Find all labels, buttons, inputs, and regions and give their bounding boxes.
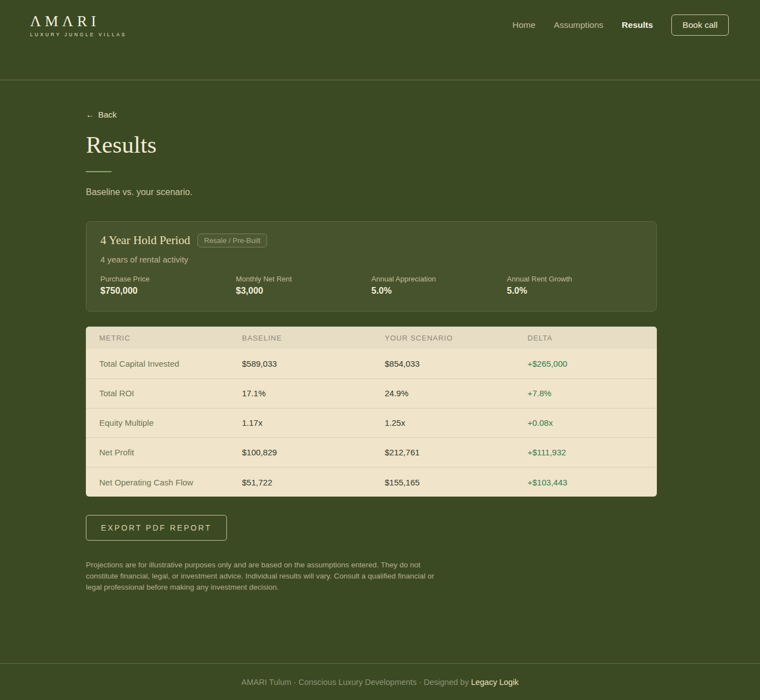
column-header: BASELINE bbox=[229, 327, 371, 349]
metric-cell: Equity Multiple bbox=[86, 408, 229, 438]
table-row: Equity Multiple1.17x1.25x+0.08x bbox=[86, 408, 657, 438]
brand-tagline: LUXURY JUNGLE VILLAS bbox=[30, 32, 127, 37]
stat-label: Annual Rent Growth bbox=[507, 275, 642, 283]
scenario-summary-card: 4 Year Hold Period Resale / Pre-Built 4 … bbox=[86, 221, 657, 312]
scenario-cell: 1.25x bbox=[371, 408, 514, 438]
footer-credit: AMARI Tulum · Conscious Luxury Developme… bbox=[241, 678, 469, 687]
baseline-cell: $51,722 bbox=[229, 467, 371, 497]
delta-cell: +0.08x bbox=[514, 408, 657, 438]
column-header: METRIC bbox=[86, 327, 229, 349]
summary-stat: Annual Rent Growth5.0% bbox=[507, 275, 642, 296]
summary-stat: Purchase Price$750,000 bbox=[100, 275, 236, 296]
hold-period-title: 4 Year Hold Period bbox=[100, 234, 190, 247]
scenario-cell: 24.9% bbox=[371, 378, 514, 408]
back-link[interactable]: ← Back bbox=[86, 110, 117, 119]
stat-value: 5.0% bbox=[371, 286, 507, 296]
main-nav: HomeAssumptionsResultsBook call bbox=[512, 14, 729, 36]
book-call-button[interactable]: Book call bbox=[671, 14, 729, 36]
metric-cell: Net Profit bbox=[86, 438, 229, 467]
column-header: DELTA bbox=[514, 327, 657, 349]
table-row: Net Operating Cash Flow$51,722$155,165+$… bbox=[86, 467, 657, 497]
back-arrow-icon: ← bbox=[86, 110, 94, 119]
stat-value: $750,000 bbox=[100, 286, 236, 296]
page-title: Results bbox=[86, 132, 657, 158]
site-footer: AMARI Tulum · Conscious Luxury Developme… bbox=[0, 663, 760, 700]
summary-stat: Annual Appreciation5.0% bbox=[371, 275, 507, 296]
metric-cell: Total ROI bbox=[86, 378, 229, 408]
stat-value: $3,000 bbox=[236, 286, 371, 296]
nav-link-home[interactable]: Home bbox=[512, 20, 535, 30]
main-content: ← Back Results Baseline vs. your scenari… bbox=[0, 80, 760, 663]
stat-label: Monthly Net Rent bbox=[236, 275, 371, 283]
rental-activity-subtitle: 4 years of rental activity bbox=[100, 255, 642, 264]
export-pdf-button[interactable]: EXPORT PDF REPORT bbox=[86, 515, 227, 541]
footer-text: AMARI Tulum · Conscious Luxury Developme… bbox=[241, 678, 519, 687]
summary-stat: Monthly Net Rent$3,000 bbox=[236, 275, 371, 296]
delta-cell: +7.8% bbox=[514, 378, 657, 408]
disclaimer-text: Projections are for illustrative purpose… bbox=[86, 560, 451, 593]
table-row: Total Capital Invested$589,033$854,033+$… bbox=[86, 349, 657, 378]
results-table-body: Total Capital Invested$589,033$854,033+$… bbox=[86, 349, 657, 497]
metric-cell: Total Capital Invested bbox=[86, 349, 229, 378]
column-header: YOUR SCENARIO bbox=[371, 327, 514, 349]
delta-cell: +$103,443 bbox=[514, 467, 657, 497]
table-header-row: METRICBASELINEYOUR SCENARIODELTA bbox=[86, 327, 657, 349]
baseline-cell: 1.17x bbox=[229, 408, 371, 438]
stat-value: 5.0% bbox=[507, 286, 642, 296]
delta-cell: +$265,000 bbox=[514, 349, 657, 378]
summary-stats: Purchase Price$750,000Monthly Net Rent$3… bbox=[100, 275, 642, 296]
baseline-cell: 17.1% bbox=[229, 378, 371, 408]
back-link-label: Back bbox=[98, 110, 117, 119]
delta-cell: +$111,932 bbox=[514, 438, 657, 467]
legacy-logik-link[interactable]: Legacy Logik bbox=[471, 678, 519, 687]
baseline-cell: $100,829 bbox=[229, 438, 371, 467]
site-header: ΛMΛRI LUXURY JUNGLE VILLAS HomeAssumptio… bbox=[0, 0, 760, 80]
brand-logo[interactable]: ΛMΛRI LUXURY JUNGLE VILLAS bbox=[30, 13, 127, 37]
table-row: Net Profit$100,829$212,761+$111,932 bbox=[86, 438, 657, 467]
scenario-cell: $155,165 bbox=[371, 467, 514, 497]
metric-cell: Net Operating Cash Flow bbox=[86, 467, 229, 497]
nav-link-results[interactable]: Results bbox=[622, 20, 653, 30]
stat-label: Annual Appreciation bbox=[371, 275, 507, 283]
page-subtitle: Baseline vs. your scenario. bbox=[86, 187, 657, 197]
baseline-cell: $589,033 bbox=[229, 349, 371, 378]
stat-label: Purchase Price bbox=[100, 275, 236, 283]
brand-logo-wordmark: ΛMΛRI bbox=[30, 13, 127, 30]
table-row: Total ROI17.1%24.9%+7.8% bbox=[86, 378, 657, 408]
scenario-cell: $212,761 bbox=[371, 438, 514, 467]
nav-link-assumptions[interactable]: Assumptions bbox=[554, 20, 603, 30]
title-divider bbox=[86, 171, 112, 172]
scenario-cell: $854,033 bbox=[371, 349, 514, 378]
results-table: METRICBASELINEYOUR SCENARIODELTA Total C… bbox=[86, 327, 657, 497]
property-type-badge: Resale / Pre-Built bbox=[197, 234, 267, 247]
